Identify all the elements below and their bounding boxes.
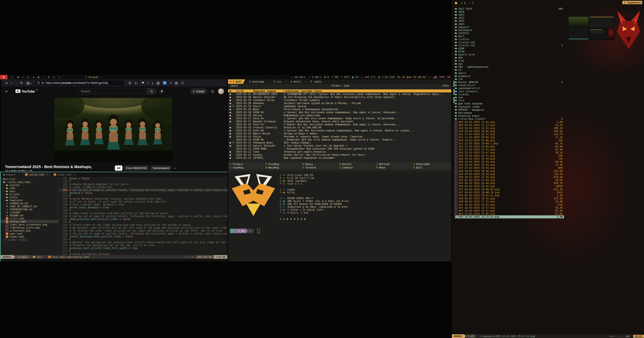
workspace-icon-9[interactable]: ≡ — [53, 76, 54, 79]
mail-row[interactable]: ●2025-02-20Daniel ShnaiderWe Are Breakin… — [228, 96, 451, 99]
bookmarks-dropdown-icon[interactable]: ▾ — [148, 82, 149, 84]
fm-dir-row[interactable]: Vivaldi — [455, 93, 564, 96]
fm-file-row[interactable]: 047_16-02-2025_15-17.png45,9K — [455, 206, 564, 209]
fm-dir-row[interactable]: dell — [455, 35, 564, 38]
code-line[interactable]: 204# By default, next articles are on th… — [58, 226, 228, 229]
tree-folder-content[interactable]: ›content — [1, 184, 58, 187]
mail-row[interactable]: ●2025-02-16Frances ConnollyDonation of $… — [228, 126, 451, 129]
fm-file-row[interactable]: 029_29-01-2025_20-19.png130,1K — [455, 172, 564, 175]
mail-command[interactable]: NNextMsg — [266, 166, 302, 169]
fm-file-row[interactable]: 027_27-01-2025_20-54.png80K — [455, 166, 564, 169]
mail-row[interactable]: ●2025-02-17Даниил СотниковБольшое обновл… — [228, 120, 451, 123]
chips-more-icon[interactable]: › — [174, 166, 175, 170]
tree-file-CHANGELOG.md[interactable]: ≡CHANGELOG.md — [1, 202, 58, 205]
code-line[interactable]: 207invert_previous_next_article_links = … — [58, 235, 228, 238]
workspace-icon-1[interactable]: >_ — [11, 76, 14, 79]
fm-dir-row[interactable]: ntek — [455, 59, 564, 62]
tree-folder-templates[interactable]: ›templates — [1, 199, 58, 202]
fm-dir-row[interactable]: obs — [455, 62, 564, 65]
fm-dir-row[interactable]: firefox — [455, 38, 564, 41]
fm-dir-row[interactable]: opera — [455, 72, 564, 75]
fm-dir-row[interactable]: 2017-2019380 — [455, 7, 564, 10]
extension-r-icon[interactable]: R — [163, 81, 166, 85]
editor-tab[interactable]: ▤bspwmrc✕ — [1, 172, 22, 177]
mail-tab[interactable]: 5 radio — [311, 80, 321, 83]
translate-icon[interactable]: A⋆ — [134, 82, 138, 84]
code-line[interactable]: 209# Whether the navigation for previous… — [58, 241, 228, 244]
fm-dir-row[interactable]: НОРКОМ - маршруты — [455, 108, 564, 111]
code-pane[interactable]: 187katex = false188189# Enable Mermaid d… — [58, 177, 228, 255]
code-line[interactable]: 206# Can be set at page or section level… — [58, 232, 228, 235]
mail-row[interactable]: ●2025-02-22WILDBERRIES-INFO✿ (ИЗВЕЩЕНИЕ … — [228, 92, 451, 96]
fm-dir-row[interactable]: NGU — [455, 56, 564, 59]
fm-dir-row[interactable]: Звуковая схема — [455, 105, 564, 108]
avatar[interactable] — [218, 89, 224, 94]
code-line[interactable]: 193 — [58, 194, 228, 197]
mail-row[interactable]: ●2025-02-17Ozon.Ru☒ Срочно! Для Вас есть… — [228, 117, 451, 120]
mail-row[interactable]: ●2025-02-14ЭльзаРеклама от первого лица,… — [228, 135, 451, 138]
code-line[interactable]: 199# Show links to previous and next art… — [58, 212, 228, 215]
fm-file-row[interactable]: 054_23-02-2025_12-06.png87,6K — [455, 212, 564, 215]
fm-dir-row[interactable]: COVID19 — [455, 32, 564, 35]
mail-command[interactable]: CCompose — [340, 166, 376, 169]
fm-file-row[interactable]: 021_21-01-2025_18-08.png84,6K — [455, 145, 564, 148]
mail-command[interactable]: RReply — [302, 163, 340, 166]
fm-file-row[interactable]: 037_06-02-2025_20:08:08.png915,3K — [455, 188, 564, 191]
fm-file-row[interactable]: 047_16-02-2025_15-41.png65,5K — [455, 209, 564, 212]
fm-file-row[interactable]: 011_11-01-2025_20-02.png11,1K — [455, 136, 564, 139]
tree-file-sumi.toml[interactable]: Tsumi.toml — [1, 232, 58, 235]
back-icon[interactable]: ‹ — [11, 81, 12, 85]
url-bar[interactable]: https://www.youtube.com/watch?v=5b8A-jgx… — [35, 80, 124, 85]
fm-file-row[interactable]: 033_02-02-2025_21-44.png39,5K — [455, 179, 564, 182]
mail-row[interactable]: ●2025-02-18OZON_RU☒ Срочно! Для Вас пост… — [228, 111, 451, 114]
fm-file-row[interactable]: 025_25-01-2025_18-21.png30K — [455, 154, 564, 157]
fm-file-row[interactable]: 047_16-02-2025_14-52.png172K — [455, 203, 564, 206]
code-line[interactable]: 192mermaid = false — [58, 191, 228, 194]
fm-dir-row[interactable]: GIMP — [455, 47, 564, 50]
mail-row[interactable]: ●14:35Медведев АндрейГлобальные торговые… — [228, 89, 451, 92]
fm-file-row[interactable]: 040_09-02-2025_17-37.png20,9K — [455, 200, 564, 203]
code-line[interactable]: 210# To match the navigation bar at the … — [58, 244, 228, 247]
mail-row[interactable]: ●2025-02-15OzOn_RU‼ Срочно! Для Вас пост… — [228, 129, 451, 132]
fm-dir-row[interactable]: статистика tinkoff5 — [455, 117, 564, 120]
editor-tab[interactable]: Ttheme.toml✕ — [51, 172, 78, 177]
fm-dir-row[interactable]: vpn — [455, 96, 564, 99]
code-line[interactable]: 196# Only relevant when `mermaid = true`… — [58, 203, 228, 206]
fm-dir-row[interactable]: 2022 — [455, 16, 564, 20]
fm-file-row[interactable]: 026_26-01-2025_15-55.png72,3K — [455, 163, 564, 166]
fm-file-row[interactable]: 055_24-02-2025_15:27:19.png2,4M — [455, 215, 564, 218]
fm-file-row[interactable]: 028_28-01-2025_18-48.png264,8K — [455, 169, 564, 172]
fm-dir-row[interactable]: adguard — [455, 26, 564, 29]
tree-file-lighthouse_score.png[interactable]: lighthouse_score.png — [1, 226, 58, 229]
create-button[interactable]: +Create — [190, 89, 207, 94]
mail-row[interactable]: 2025-02-14OZON_RU✓ Внимание! Для Вас ест… — [228, 138, 451, 141]
tree-folder-scripts[interactable]: ›scripts — [1, 193, 58, 196]
code-line[interactable]: 197serve_local_mermaid = true — [58, 206, 228, 209]
tree-file-LICENSE[interactable]: ⚑LICENSE — [1, 211, 58, 214]
workspace-icon-2[interactable]: ◉ — [18, 76, 19, 79]
tree-file-cliff.toml[interactable]: Tcliff.toml — [1, 217, 58, 220]
mail-command[interactable]: >ViewMsg — [230, 166, 266, 169]
mail-row[interactable]: ●2025-02-19Ольгаприведеи заказы — [228, 105, 451, 108]
workspace-icon-4[interactable]: ✉ — [28, 76, 29, 79]
tree-folder-sass[interactable]: ›sass — [1, 190, 58, 193]
fm-dir-row[interactable]: sound-micro — [455, 84, 564, 87]
mail-row[interactable]: 2025-02-13OZON_NEWS⚠ Поздравляем! Вам на… — [228, 147, 451, 150]
fm-file-row[interactable]: 011_11-01-2025_16-37.png103,7K — [455, 133, 564, 136]
code-line[interactable]: 200# Can be set at page or section level… — [58, 215, 228, 218]
fm-dir-row[interactable]: mywifi-arch — [455, 53, 564, 56]
video-player[interactable] — [54, 98, 172, 162]
mail-command[interactable]: MMove — [376, 166, 413, 169]
workspace-icon-8[interactable]: # — [48, 76, 49, 79]
fm-file-row[interactable]: 010_10-01-2025_16-41.png298,1K — [455, 127, 564, 130]
fm-file-row[interactable]: 040_09-02-2025_10-16.png147,5K — [455, 197, 564, 200]
mail-tab[interactable]: 2 whatsapp — [249, 80, 264, 83]
fm-dir-row[interactable]: Редактор видео — [455, 114, 564, 117]
download-icon[interactable]: ⤓ — [152, 81, 153, 85]
fm-dir-row[interactable]: KSIN — [455, 50, 564, 53]
fm-dir-row[interactable]: ros — [455, 78, 564, 81]
rss-icon[interactable] — [128, 82, 132, 84]
fm-file-row[interactable]: 003_03-01-2025_21-01.png2,6M — [455, 120, 564, 123]
tree-file-config.toml[interactable]: Tconfig.toml — [1, 220, 58, 223]
fm-file-row[interactable]: 010_10-01-2025_18-05.png706,5K — [455, 130, 564, 133]
